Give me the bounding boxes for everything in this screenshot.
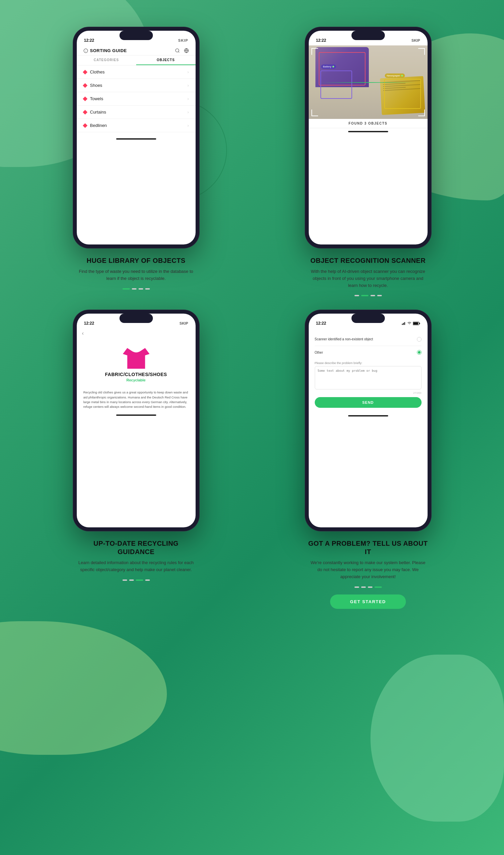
item-label: Shoes [90,83,103,88]
phones-grid: 12:22 SKIP SORTING GUIDE [0,0,504,646]
phone4-screen: 12:22 [309,314,428,527]
wifi-icon [407,321,412,325]
signal-icon [402,321,406,325]
svg-rect-12 [419,322,420,324]
phone2-caption: OBJECT RECOGNITION SCANNER With the help… [308,257,428,296]
tab-objects[interactable]: OBJECTS [136,55,196,65]
phone3-notch [120,314,153,323]
dot-4 [375,587,382,588]
phone4-notch [352,314,385,323]
newspaper-detection-label: Newspaper [385,73,405,78]
dot-2 [361,295,368,296]
option1-label: Scanner identified a non-existent object [315,337,373,342]
scanner-line [320,82,416,83]
item-left: Clothes [84,69,105,74]
info-icon [84,49,88,53]
radio-button-1[interactable] [417,337,421,342]
dot-3 [136,579,143,581]
diamond-icon [83,96,87,101]
home-indicator [348,415,388,417]
list-item[interactable]: Clothes › [77,66,196,79]
scanner-corner-bl [311,109,318,116]
newspaper-label-text: Newspaper [387,74,400,77]
phone2-screen: 12:22 SKIP [309,31,428,244]
dot-2 [132,288,137,290]
phone2-time: 12:22 [316,38,326,43]
phone2-frame: 12:22 SKIP [305,27,432,248]
chevron-icon: › [187,83,189,88]
phone1-screen: 12:22 SKIP SORTING GUIDE [77,31,196,244]
caption-title-1: HUGE LIBRARY OF OBJECTS [76,257,196,265]
caption-desc-1: Find the type of waste you need to utili… [76,268,196,282]
fabric-recyclable: Recyclable [126,378,145,382]
phone2-notch [352,31,385,40]
phone3-skip[interactable]: SKIP [180,321,188,325]
scanner-viewport: Battery Newspaper [309,46,428,119]
get-started-button[interactable]: GET STARTED [330,594,406,609]
home-indicator [348,131,388,132]
chevron-icon: › [187,70,189,74]
list-item[interactable]: Shoes › [77,79,196,92]
item-left: Curtains [84,109,106,115]
list-item[interactable]: Curtains › [77,106,196,119]
item-label: Clothes [90,69,105,74]
phone2-wrapper: 12:22 SKIP [259,27,477,296]
battery-icon [413,321,420,325]
option2-label: Other [315,351,323,354]
fabric-description: Recycling old clothes gives us a great o… [77,387,196,412]
phone2-skip[interactable]: SKIP [412,38,420,42]
caption-desc-3: Learn detailed information about the rec… [76,559,196,573]
dot-3 [371,295,375,296]
svg-rect-11 [413,322,418,325]
caption-title-2: OBJECT RECOGNITION SCANNER [308,257,428,265]
send-button[interactable]: SEND [315,397,421,408]
dot-1 [123,288,130,290]
phone4-time: 12:22 [316,321,326,326]
sorting-guide-title: SORTING GUIDE [90,48,127,53]
report-option-2[interactable]: Other [315,346,421,359]
dots-row-3 [76,579,196,581]
phone3-caption: UP-TO-DATE RECYCLING GUIDANCE Learn deta… [76,539,196,581]
svg-rect-7 [402,324,402,325]
caption-desc-4: We're constantly working to make our sys… [308,559,428,580]
bg-decoration-4 [371,655,504,822]
diamond-icon [83,69,87,74]
phone4-caption: GOT A PROBLEM? TELL US ABOUT IT We're co… [308,539,428,618]
svg-line-4 [178,51,179,52]
fabric-icon-area: FABRIC/CLOTHES/SHOES Recyclable [77,338,196,387]
dots-row-2 [308,295,428,296]
header-icons [175,48,189,53]
newspaper-detection-box: Newspaper [384,79,421,109]
item-label: Curtains [90,109,106,115]
tshirt-icon [121,345,151,372]
detection-dot [401,75,403,76]
phone4-wrapper: 12:22 [259,310,477,618]
dot-4 [145,288,150,290]
phone4-frame: 12:22 [305,310,432,531]
globe-icon[interactable] [184,48,189,53]
phone3-frame: 12:22 SKIP ‹ FABRIC/CLOTHES/SHOES Recycl… [73,310,200,531]
radio-button-2[interactable] [417,350,421,355]
chevron-icon: › [187,110,189,115]
sorting-list: Clothes › Shoes › [77,66,196,136]
report-form: Scanner identified a non-existent object… [309,328,428,413]
phone1-skip[interactable]: SKIP [178,38,188,42]
search-icon[interactable] [175,48,180,53]
svg-point-3 [175,49,179,52]
phone1-wrapper: 12:22 SKIP SORTING GUIDE [27,27,245,296]
tab-categories[interactable]: CATEGORIES [77,55,136,65]
report-option-1[interactable]: Scanner identified a non-existent object [315,333,421,346]
phone3-screen: 12:22 SKIP ‹ FABRIC/CLOTHES/SHOES Recycl… [77,314,196,527]
dot-4 [377,295,382,296]
list-item[interactable]: Bedlinen › [77,119,196,132]
dot-1 [355,295,359,296]
problem-textarea[interactable] [315,366,421,389]
diamond-icon [83,123,87,127]
report-content: Scanner identified a non-existent object… [309,328,428,413]
status-icons [402,321,420,325]
diamond-icon [83,83,87,87]
home-indicator [116,138,156,140]
list-item[interactable]: Towels › [77,92,196,106]
back-icon[interactable]: ‹ [82,330,84,336]
phone1-notch [120,31,153,40]
